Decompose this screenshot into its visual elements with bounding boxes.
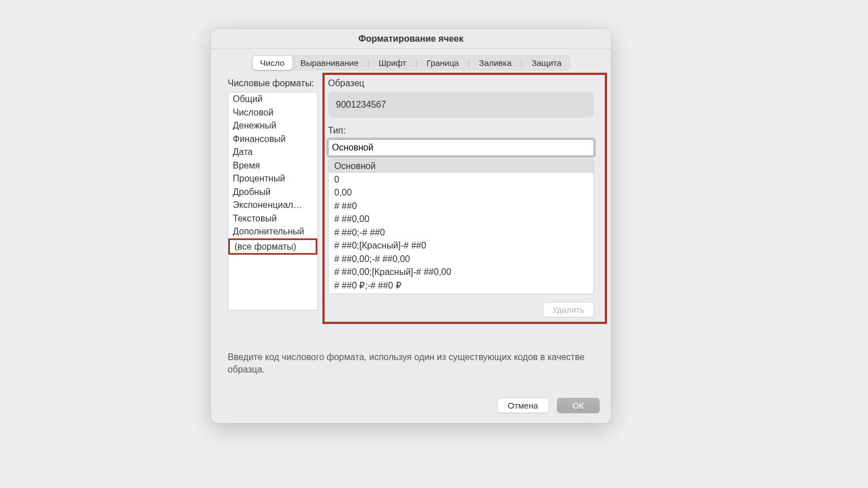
type-item[interactable]: # ##0,00 [329, 212, 594, 226]
category-item-fraction[interactable]: Дробный [228, 185, 317, 199]
type-item[interactable]: # ##0;-# ##0 [329, 226, 594, 239]
format-cells-dialog: Форматирование ячеек Число Выравнивание … [211, 29, 611, 423]
category-item-accounting[interactable]: Финансовый [228, 132, 317, 146]
category-item-special[interactable]: Дополнительный [228, 225, 317, 238]
type-item[interactable]: # ##0 ₽;[Красный]-# ##0 ₽ [329, 292, 594, 294]
tab-separator: | [366, 59, 371, 68]
category-item-currency[interactable]: Денежный [228, 119, 317, 132]
content-area: Числовые форматы: Общий Числовой Денежны… [211, 76, 611, 389]
type-input[interactable] [328, 139, 594, 156]
tab-bar: Число Выравнивание | Шрифт | Граница | З… [211, 49, 611, 76]
category-item-custom[interactable]: (все форматы) [228, 238, 317, 255]
tab-border[interactable]: Граница [419, 56, 467, 70]
tab-protection[interactable]: Защита [524, 56, 569, 70]
type-item[interactable]: Основной [329, 159, 594, 173]
type-item[interactable]: # ##0,00;[Красный]-# ##0,00 [329, 265, 594, 279]
tab-fill[interactable]: Заливка [471, 56, 520, 70]
type-item[interactable]: # ##0;[Красный]-# ##0 [329, 239, 594, 252]
tab-separator: | [414, 59, 419, 68]
category-item-scientific[interactable]: Экспоненциал… [228, 198, 317, 212]
type-item[interactable]: # ##0 [329, 199, 594, 213]
category-item-percentage[interactable]: Процентный [228, 172, 317, 185]
delete-button[interactable]: Удалить [543, 302, 594, 317]
tab-separator: | [520, 59, 524, 68]
category-item-text[interactable]: Текстовый [228, 212, 317, 225]
dialog-footer: Отмена ОК [211, 389, 611, 423]
category-list[interactable]: Общий Числовой Денежный Финансовый Дата … [228, 92, 318, 310]
dialog-title: Форматирование ячеек [211, 29, 611, 49]
tab-number[interactable]: Число [253, 56, 293, 70]
tab-group: Число Выравнивание | Шрифт | Граница | З… [251, 55, 571, 71]
hint-text: Введите код числового формата, используя… [228, 351, 594, 376]
type-item[interactable]: # ##0 ₽;-# ##0 ₽ [329, 279, 594, 292]
category-item-date[interactable]: Дата [228, 145, 317, 159]
tab-font[interactable]: Шрифт [371, 56, 414, 70]
category-label: Числовые форматы: [228, 78, 318, 88]
tab-separator: | [467, 59, 471, 68]
category-item-general[interactable]: Общий [228, 92, 317, 106]
category-column: Числовые форматы: Общий Числовой Денежны… [228, 78, 318, 317]
type-label: Тип: [328, 126, 594, 136]
sample-type-column: Образец 9001234567 Тип: Основной 0 0,00 … [328, 78, 594, 317]
tab-alignment[interactable]: Выравнивание [293, 56, 366, 70]
ok-button[interactable]: ОК [557, 398, 600, 413]
type-item[interactable]: 0,00 [329, 186, 594, 199]
type-list[interactable]: Основной 0 0,00 # ##0 # ##0,00 # ##0;-# … [328, 159, 594, 294]
type-item[interactable]: # ##0,00;-# ##0,00 [329, 252, 594, 266]
category-item-number[interactable]: Числовой [228, 106, 317, 119]
main-row: Числовые форматы: Общий Числовой Денежны… [228, 78, 594, 317]
cancel-button[interactable]: Отмена [497, 398, 549, 413]
delete-row: Удалить [328, 302, 594, 317]
category-item-time[interactable]: Время [228, 159, 317, 172]
type-item[interactable]: 0 [329, 173, 594, 187]
sample-box: 9001234567 [328, 92, 594, 118]
sample-label: Образец [328, 78, 594, 88]
